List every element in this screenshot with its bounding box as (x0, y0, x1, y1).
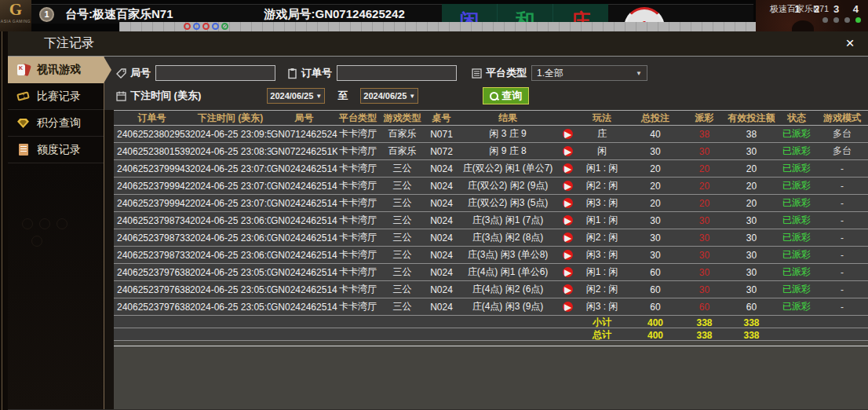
cell-order-no: 240625237987336 (114, 250, 190, 261)
grand-total-row: 总计 400 338 338 (114, 328, 868, 341)
sidebar-item-label: 积分查询 (37, 116, 81, 130)
cell-platform: 卡卡湾厅 (337, 231, 378, 244)
camera-dot (833, 17, 839, 23)
cell-round-no: GN07124625241 (271, 129, 337, 140)
search-button[interactable]: 查询 (483, 87, 529, 104)
grand-total-valid: 338 (726, 330, 777, 341)
logo-letter: G (0, 0, 31, 19)
cell-game-type: 三公 (378, 214, 426, 227)
table-row: 240625237987338 2024-06-25 23:06:04 GN02… (114, 229, 868, 247)
cell-round-no: GN0242462514R (271, 198, 337, 209)
replay-icon[interactable]: ▶ (563, 267, 573, 277)
bet-time-label: 下注时间 (美东) (130, 89, 201, 103)
cell-status: 已派彩 (777, 145, 816, 158)
cell-play-type: 闲3 : 闲 (576, 248, 628, 262)
subtotal-bet: 400 (628, 317, 683, 328)
col-header: 总投注 (628, 112, 683, 125)
cell-valid-bet: 30 (726, 284, 777, 295)
date-to-value: 2024/06/25 (363, 91, 407, 101)
table-row: 240625237976381 2024-06-25 23:05:05 GN02… (114, 298, 868, 316)
camera-numbers[interactable]: 1 2 3 4 (794, 3, 864, 15)
document-icon (16, 143, 31, 156)
cell-status: 已派彩 (777, 265, 816, 279)
cell-valid-bet: 20 (726, 163, 777, 174)
cards-icon (16, 64, 31, 77)
cell-valid-bet: 30 (726, 250, 777, 261)
col-header: 派彩 (683, 112, 726, 125)
cell-bet-time: 2024-06-25 23:08:34 (190, 146, 271, 157)
round-no-input[interactable] (155, 65, 275, 81)
replay-icon[interactable]: ▶ (563, 215, 573, 225)
cell-game-type: 三公 (378, 300, 426, 313)
cell-platform: 卡卡湾厅 (337, 127, 378, 141)
cell-platform: 卡卡湾厅 (337, 248, 378, 262)
sidebar: 视讯游戏 比赛记录 积分查询 额度记录 (8, 57, 104, 409)
table-row: 240625237999429 2024-06-25 23:07:07 GN02… (114, 178, 868, 195)
cell-bet-time: 2024-06-25 23:05:05 (190, 267, 271, 278)
cell-platform: 卡卡湾厅 (337, 196, 378, 210)
cell-payout: 30 (683, 232, 726, 243)
replay-icon[interactable]: ▶ (563, 284, 573, 295)
cell-payout: 30 (683, 267, 726, 278)
cell-round-no: GN072246251KR (271, 146, 337, 157)
cell-play-type: 闲2 : 闲 (576, 179, 628, 192)
cell-game-type: 三公 (378, 283, 426, 296)
date-to-picker[interactable]: 2024/06/25 ▼ (360, 88, 418, 104)
table-row: 240625238029533 2024-06-25 23:09:50 GN07… (114, 126, 868, 143)
cell-table-no: N071 (426, 129, 457, 140)
cell-game-type: 百家乐 (378, 145, 426, 158)
cell-play-type: 庄 (576, 127, 628, 141)
cell-table-no: N024 (426, 215, 457, 226)
cell-round-no: GN0242462514P (271, 267, 337, 278)
cell-round-no: GN0242462514Q (271, 232, 337, 243)
chevron-down-icon: ▼ (636, 70, 642, 77)
col-header: 下注时间 (美东) (190, 112, 271, 125)
cell-game-mode: - (816, 198, 868, 209)
cell-order-no: 240625237976383 (114, 267, 190, 278)
replay-icon[interactable]: ▶ (563, 250, 573, 260)
sidebar-item-quota-records[interactable]: 额度记录 (8, 137, 104, 163)
replay-icon[interactable]: ▶ (563, 181, 573, 191)
cell-status: 已派彩 (777, 231, 816, 244)
replay-icon[interactable]: ▶ (563, 302, 573, 312)
order-no-input[interactable] (337, 65, 457, 81)
subtotal-valid: 338 (726, 317, 777, 328)
replay-icon[interactable]: ▶ (563, 198, 573, 208)
table-row: 240625237987340 2024-06-25 23:06:04 GN02… (114, 212, 868, 229)
camera-dots (822, 17, 861, 23)
cell-play-type: 闲2 : 闲 (576, 283, 628, 296)
table-body: 240625238029533 2024-06-25 23:09:50 GN07… (114, 126, 868, 316)
chevron-down-icon: ▼ (409, 93, 415, 100)
cell-play-type: 闲3 : 闲 (576, 300, 628, 313)
sidebar-background (8, 163, 104, 409)
replay-icon[interactable]: ▶ (563, 129, 573, 139)
sidebar-item-points-inquiry[interactable]: 积分查询 (8, 110, 104, 137)
cell-platform: 卡卡湾厅 (337, 300, 378, 313)
table-row: 240625237987336 2024-06-25 23:06:04 GN02… (114, 247, 868, 264)
sidebar-item-match-records[interactable]: 比赛记录 (8, 83, 104, 110)
round-no-label: 局号 (130, 66, 151, 80)
cell-payout: 30 (683, 215, 726, 226)
to-label: 至 (337, 89, 348, 103)
table-row: 240625237976382 2024-06-25 23:05:05 GN02… (114, 281, 868, 298)
cell-status: 已派彩 (777, 214, 816, 227)
ticket-icon (16, 90, 31, 103)
replay-icon[interactable]: ▶ (563, 146, 573, 156)
close-icon[interactable]: × (841, 35, 859, 53)
date-from-picker[interactable]: 2024/06/25 ▼ (267, 88, 325, 104)
platform-type-select[interactable]: 1.全部 ▼ (531, 65, 647, 81)
cell-payout: 38 (683, 129, 726, 140)
cell-result: 庄(双公2) 闲2 (9点) (457, 179, 559, 192)
sidebar-item-video-games[interactable]: 视讯游戏 (8, 57, 104, 83)
camera-dot-active (855, 17, 861, 23)
table-row: 240625238015392 2024-06-25 23:08:34 GN07… (114, 143, 868, 160)
replay-icon[interactable]: ▶ (563, 232, 573, 243)
cell-total-bet: 60 (628, 284, 683, 295)
cell-total-bet: 40 (628, 129, 683, 140)
replay-icon[interactable]: ▶ (563, 163, 573, 174)
cell-platform: 卡卡湾厅 (337, 179, 378, 192)
col-header: 游戏类型 (378, 112, 426, 125)
cell-result: 闲 9 庄 8 (457, 145, 559, 158)
cell-game-type: 三公 (378, 162, 426, 175)
seat-badge: 1 (39, 7, 54, 22)
